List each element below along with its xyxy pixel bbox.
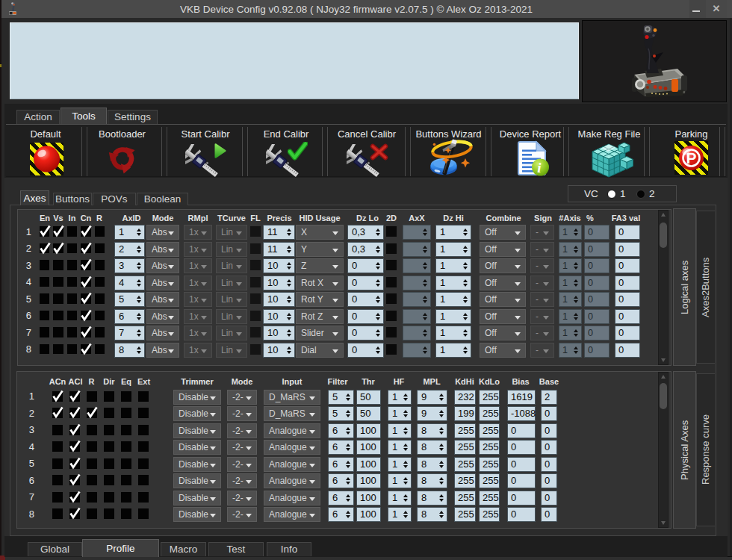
svg-text:P: P [686, 149, 696, 167]
svg-text:i: i [537, 160, 542, 175]
